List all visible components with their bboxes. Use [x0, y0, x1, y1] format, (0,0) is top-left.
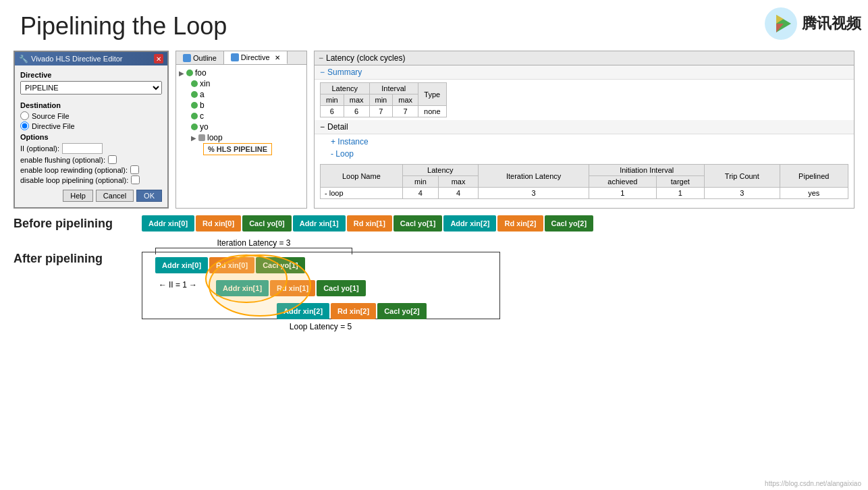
- ii-input[interactable]: [62, 143, 103, 154]
- latency-max-header: max: [344, 94, 369, 106]
- row0-block0: Addr xin[0]: [155, 257, 208, 273]
- tree-arrow-loop[interactable]: ▶: [191, 134, 196, 142]
- tab-outline[interactable]: Outline: [176, 51, 224, 64]
- target-header: target: [656, 176, 705, 188]
- tree-item-pipeline-tag: % HLS PIPELINE: [203, 144, 304, 154]
- flushing-checkbox[interactable]: [108, 155, 117, 164]
- directive-editor-dialog: 🔧 Vivado HLS Directive Editor ✕ Directiv…: [13, 51, 169, 209]
- target-val: 1: [656, 188, 705, 199]
- tree-item-xin: xin: [191, 78, 304, 89]
- loop-name-header: Loop Name: [321, 165, 403, 188]
- ii-right-arrow: →: [189, 280, 197, 290]
- trip-count-header: Trip Count: [705, 165, 780, 188]
- tree-item-loop: ▶ loop: [191, 132, 304, 143]
- loop-rewinding-option-row: enable loop rewinding (optional):: [20, 165, 162, 174]
- before-blocks: Addr xin[0] Rd xin[0] Cacl yo[0] Addr xi…: [142, 215, 593, 232]
- tree-dot-yo: [191, 124, 198, 130]
- logo-text: 腾讯视频: [802, 13, 861, 34]
- row2-block1: Rd xin[2]: [331, 303, 376, 319]
- logo-area: 腾讯视频: [764, 7, 861, 40]
- ii-option-row: II (optional):: [20, 143, 162, 154]
- before-block-3: Addr xin[1]: [293, 215, 346, 232]
- tree-arrow-foo[interactable]: ▶: [179, 70, 184, 77]
- directive-label: Directive: [20, 71, 162, 79]
- logo-icon: [764, 7, 798, 40]
- pipelined-header: Pipelined: [780, 165, 848, 188]
- loop-data-row: - loop 4 4 3 1 1 3 yes: [321, 188, 848, 199]
- tree-label-xin: xin: [200, 79, 210, 88]
- loop-latency-header: Latency: [402, 165, 478, 176]
- summary-section-header: − Summary: [315, 65, 854, 80]
- directive-file-radio[interactable]: [20, 121, 29, 130]
- detail-label: Detail: [327, 122, 348, 132]
- loop-min-val: 4: [402, 188, 439, 199]
- summary-collapse-icon[interactable]: −: [320, 67, 325, 77]
- row0-block1: Rd xin[0]: [209, 257, 254, 273]
- instance-label: + Instance: [320, 136, 848, 148]
- loop-rewinding-checkbox[interactable]: [130, 165, 139, 174]
- detail-collapse-icon[interactable]: −: [320, 122, 325, 132]
- tree-label-c: c: [200, 111, 204, 121]
- cancel-button[interactable]: Cancel: [96, 190, 134, 202]
- loop-max-header: max: [439, 176, 479, 188]
- bottom-url: https://blog.csdn.net/alangaixiao: [765, 480, 861, 487]
- tree-item-b: b: [191, 100, 304, 111]
- latency-panel: − Latency (clock cycles) − Summary Laten…: [314, 51, 855, 209]
- interval-max-header: max: [393, 94, 418, 106]
- tree-label-foo: foo: [195, 68, 207, 78]
- init-interval-header: Initiation Interval: [589, 165, 705, 176]
- outline-tab-label: Outline: [193, 54, 217, 62]
- loop-max-val: 4: [439, 188, 479, 199]
- destination-label: Destination: [20, 101, 162, 109]
- tree-label-yo: yo: [200, 122, 209, 132]
- before-pipelining-section: Before pipelining Addr xin[0] Rd xin[0] …: [0, 209, 868, 235]
- detail-section: + Instance - Loop: [315, 134, 854, 161]
- directive-select[interactable]: PIPELINE: [20, 81, 162, 94]
- before-label: Before pipelining: [13, 217, 135, 231]
- loop-table: Loop Name Latency Iteration Latency Init…: [320, 164, 848, 199]
- interval-min-header: min: [369, 94, 393, 106]
- ok-button[interactable]: OK: [136, 190, 162, 202]
- flushing-option-row: enable flushing (optional):: [20, 155, 162, 164]
- before-block-0: Addr xin[0]: [142, 215, 194, 232]
- right-border-line: [499, 252, 500, 319]
- trip-count-val: 3: [705, 188, 780, 199]
- left-border-line: [142, 252, 142, 319]
- iter-bracket-right: [352, 248, 352, 254]
- interval-header: Interval: [369, 83, 418, 94]
- before-block-1: Rd xin[0]: [196, 215, 241, 232]
- tree-dot-a: [191, 91, 198, 98]
- iter-bracket-left: [155, 248, 156, 254]
- close-tab-icon[interactable]: ✕: [275, 54, 280, 61]
- tree-item-yo: yo: [191, 121, 304, 132]
- before-block-4: Rd xin[1]: [347, 215, 392, 232]
- type-val: none: [418, 106, 446, 117]
- dialog-icon: 🔧: [19, 55, 28, 63]
- iter-latency-val: 3: [478, 188, 589, 199]
- iter-latency-label: Iteration Latency = 3: [217, 238, 290, 248]
- pipeline-row-2: Addr xin[2] Rd xin[2] Cacl yo[2]: [277, 303, 427, 319]
- pipeline-tag: % HLS PIPELINE: [203, 143, 272, 155]
- help-button[interactable]: Help: [63, 190, 93, 202]
- disable-pipelining-option-row: disable loop pipelining (optional):: [20, 175, 162, 184]
- row1-block0: Addr xin[1]: [216, 280, 269, 296]
- latency-collapse-icon[interactable]: −: [319, 53, 323, 63]
- dialog-body: Directive PIPELINE Destination Source Fi…: [15, 65, 167, 207]
- latency-min-header: min: [321, 94, 344, 106]
- disable-pipelining-label: disable loop pipelining (optional):: [20, 176, 128, 184]
- dialog-titlebar-left: 🔧 Vivado HLS Directive Editor: [19, 55, 123, 63]
- tree-dot-xin: [191, 80, 198, 87]
- before-block-6: Addr xin[2]: [443, 215, 496, 232]
- loop-latency-label: Loop Latency = 5: [155, 322, 486, 331]
- loop-rewinding-label: enable loop rewinding (optional):: [20, 166, 128, 174]
- directive-file-radio-row: Directive File: [20, 121, 162, 130]
- dialog-close-button[interactable]: ✕: [154, 54, 163, 63]
- options-label: Options: [20, 133, 162, 141]
- source-file-radio[interactable]: [20, 111, 29, 120]
- disable-pipelining-checkbox[interactable]: [131, 175, 140, 184]
- loop-min-header: min: [402, 176, 439, 188]
- summary-label: Summary: [327, 67, 362, 77]
- tab-directive[interactable]: Directive ✕: [224, 51, 288, 64]
- iter-latency-bracket-container: Iteration Latency = 3: [155, 238, 352, 254]
- pipeline-row-0: Addr xin[0] Rd xin[0] Cacl yo[1]: [155, 257, 305, 273]
